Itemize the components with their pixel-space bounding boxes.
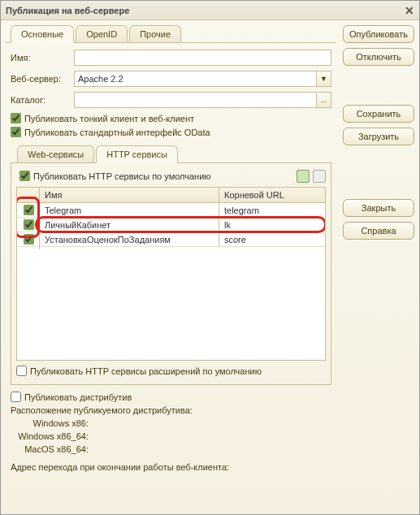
browse-button[interactable]: ... xyxy=(317,92,331,108)
uncheck-all-icon[interactable] xyxy=(313,170,326,183)
publish-http-default-checkbox[interactable] xyxy=(19,171,30,181)
publish-dist-label: Публиковать дистрибутив xyxy=(24,392,132,402)
window-title: Публикация на веб-сервере xyxy=(6,6,129,15)
load-button[interactable]: Загрузить xyxy=(343,128,414,145)
redirect-input[interactable] xyxy=(11,474,331,490)
odata-checkbox[interactable] xyxy=(11,127,21,137)
thin-client-checkbox[interactable] xyxy=(11,113,21,123)
webserver-label: Веб-сервер: xyxy=(11,74,74,84)
help-button[interactable]: Справка xyxy=(343,222,414,240)
sub-tabs: Web-сервисы HTTP сервисы xyxy=(11,145,331,162)
odata-label: Публиковать стандартный интерфейс OData xyxy=(24,128,210,137)
row-checkbox[interactable] xyxy=(24,234,34,245)
row-name: ЛичныйКабинет xyxy=(40,218,219,232)
thin-client-label: Публиковать тонкий клиент и веб-клиент xyxy=(24,114,194,123)
row-name: УстановкаОценокПоЗаданиям xyxy=(40,232,219,247)
tab-main[interactable]: Основные xyxy=(11,25,74,43)
redirect-label: Адрес перехода при окончании работы веб-… xyxy=(11,462,331,472)
table-row[interactable]: УстановкаОценокПоЗаданиям score xyxy=(17,232,325,247)
tab-openid[interactable]: OpenID xyxy=(76,25,128,42)
row-checkbox[interactable] xyxy=(24,219,34,230)
publish-button[interactable]: Опубликовать xyxy=(343,25,414,43)
tab-web-services[interactable]: Web-сервисы xyxy=(17,145,94,162)
http-services-panel: Публиковать HTTP сервисы по умолчанию Им… xyxy=(11,162,331,385)
name-input[interactable] xyxy=(74,50,331,66)
disconnect-button[interactable]: Отключить xyxy=(343,48,414,66)
dialog-window: Публикация на веб-сервере ✕ Основные Ope… xyxy=(0,0,420,515)
tab-panel-main: Имя: Веб-сервер: Apache 2.2 ▼ Каталог: .… xyxy=(6,42,336,509)
side-buttons: Опубликовать Отключить Сохранить Загрузи… xyxy=(343,25,414,509)
http-services-table: Имя Корневой URL Telegram telegram Личны… xyxy=(16,187,326,361)
tab-other[interactable]: Прочие xyxy=(129,25,181,42)
tab-http-services[interactable]: HTTP сервисы xyxy=(96,145,178,163)
titlebar: Публикация на веб-сервере ✕ xyxy=(1,1,419,20)
row-name: Telegram xyxy=(40,203,219,218)
webserver-select[interactable]: Apache 2.2 xyxy=(74,71,317,87)
col-name-header: Имя xyxy=(40,188,219,202)
table-row[interactable]: ЛичныйКабинет lk xyxy=(17,218,325,232)
check-all-icon[interactable] xyxy=(297,170,310,183)
row-url: score xyxy=(219,232,325,247)
catalog-input[interactable] xyxy=(74,92,317,108)
dropdown-icon[interactable]: ▼ xyxy=(317,71,331,87)
winx86-label: Windows x86: xyxy=(11,418,92,428)
col-url-header: Корневой URL xyxy=(219,188,325,202)
table-row[interactable]: Telegram telegram xyxy=(17,203,325,218)
publish-dist-checkbox[interactable] xyxy=(11,392,21,402)
close-icon[interactable]: ✕ xyxy=(405,4,414,17)
publish-http-ext-label: Публиковать HTTP сервисы расширений по у… xyxy=(30,366,262,376)
save-button[interactable]: Сохранить xyxy=(343,105,414,123)
row-url: telegram xyxy=(219,203,325,218)
name-label: Имя: xyxy=(11,53,74,63)
dist-location-label: Расположение публикуемого дистрибутива: xyxy=(11,405,331,415)
publish-http-ext-checkbox[interactable] xyxy=(16,366,27,376)
close-button[interactable]: Закрыть xyxy=(343,199,414,217)
mac-label: MacOS x86_64: xyxy=(11,444,92,454)
row-url: lk xyxy=(219,218,325,232)
top-tabs: Основные OpenID Прочие xyxy=(6,25,336,42)
winx64-label: Windows x86_64: xyxy=(11,431,92,441)
catalog-label: Каталог: xyxy=(11,95,74,105)
publish-http-default-label: Публиковать HTTP сервисы по умолчанию xyxy=(33,171,211,181)
